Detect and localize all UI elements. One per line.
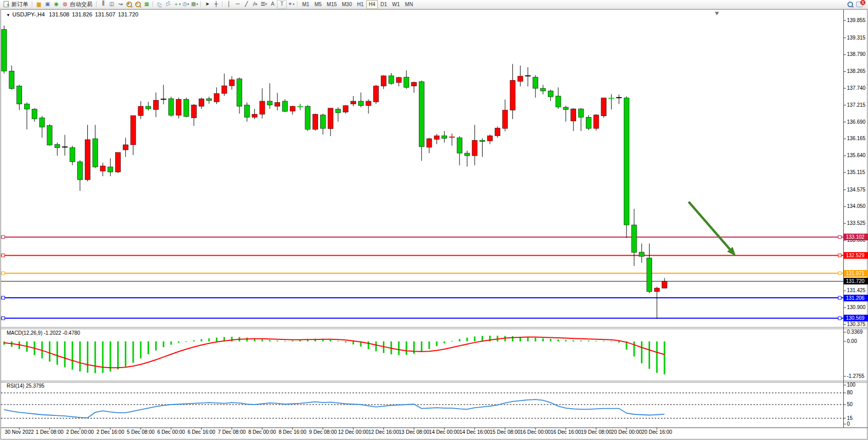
- price-axis-label: 138.790: [847, 51, 865, 57]
- time-axis-label: 16 Dec 00:00: [520, 429, 551, 435]
- rsi-axis-label: 15: [847, 415, 853, 421]
- time-axis-label: 30 Nov 2022: [5, 429, 34, 435]
- price-axis-label: 133.525: [847, 220, 865, 226]
- macd-bar: [474, 336, 475, 341]
- ohlc-high: 131.826: [72, 11, 93, 17]
- macd-axis-label: 0.00: [847, 338, 857, 344]
- macd-bar: [534, 338, 536, 341]
- macd-bar: [603, 341, 604, 341]
- hline-handle-left[interactable]: [2, 254, 5, 257]
- macd-bar: [193, 340, 195, 341]
- macd-bar: [102, 341, 104, 373]
- candle-22: [169, 97, 174, 117]
- macd-bar: [231, 337, 233, 341]
- macd-bar: [663, 341, 665, 374]
- macd-bar: [262, 339, 263, 341]
- hline-handle-right[interactable]: [838, 317, 841, 320]
- macd-bar: [421, 341, 422, 352]
- ohlc-open: 131.508: [49, 11, 69, 17]
- hline-handle-left[interactable]: [2, 272, 5, 275]
- time-axis-label: 15 Dec 08:00: [490, 429, 521, 435]
- hline-handle-left[interactable]: [2, 296, 5, 299]
- macd-bar: [375, 341, 377, 351]
- macd-bar: [429, 341, 430, 349]
- macd-bar: [201, 339, 202, 341]
- macd-bar: [163, 341, 164, 347]
- macd-bar: [656, 341, 658, 373]
- candle-78: [594, 114, 599, 131]
- macd-bar: [246, 338, 248, 341]
- macd-bar: [633, 341, 635, 356]
- price-axis-label: 139.315: [847, 35, 865, 41]
- macd-axis-label: -1.2755: [847, 373, 864, 379]
- rsi-axis-label: 80: [847, 390, 853, 395]
- time-axis-label: 14 Dec 16:00: [459, 429, 490, 435]
- price-badge-131.720: 131.720: [844, 278, 868, 284]
- time-axis-label: 16 Dec 16:00: [550, 429, 581, 435]
- macd-bar: [405, 341, 407, 355]
- candle-23: [176, 98, 181, 119]
- rsi-axis-label: 50: [847, 401, 853, 407]
- chart-window-frame: [1, 10, 867, 439]
- macd-bar: [95, 341, 96, 373]
- ohlc-close: 131.720: [118, 11, 138, 17]
- time-axis-label: 9 Dec 08:00: [309, 429, 337, 435]
- time-axis-label: 5 Dec 08:00: [127, 429, 155, 435]
- hline-handle-right[interactable]: [838, 296, 841, 299]
- price-axis-label: 137.740: [847, 85, 865, 91]
- price-badge-130.569: 130.569: [844, 315, 868, 321]
- macd-bar: [292, 340, 293, 341]
- candle-82: [624, 97, 629, 238]
- hline-handle-right[interactable]: [838, 272, 841, 275]
- price-badge-131.206: 131.206: [844, 295, 868, 301]
- candle-0: [2, 26, 7, 74]
- hline-handle-left[interactable]: [2, 317, 5, 320]
- macd-bar: [64, 341, 66, 368]
- candle-79: [601, 98, 606, 118]
- time-axis-label: 13 Dec 08:00: [399, 429, 430, 435]
- macd-bar: [641, 341, 642, 364]
- rsi-indicator-label: RSI(14) 25.3795: [7, 383, 44, 389]
- macd-bar: [170, 341, 172, 345]
- price-axis-label: 136.690: [847, 119, 865, 125]
- macd-values: -1.2022 -0.4780: [44, 330, 80, 336]
- candle-49: [374, 85, 379, 104]
- macd-bar: [572, 340, 574, 341]
- time-axis-label: 20 Dec 16:00: [641, 429, 672, 435]
- macd-bar: [87, 341, 88, 373]
- hline-handle-right[interactable]: [838, 236, 841, 239]
- collapse-triangle-icon[interactable]: ▼: [6, 13, 10, 17]
- macd-bar: [413, 341, 415, 354]
- chart-canvas[interactable]: [0, 0, 868, 440]
- macd-bar: [527, 337, 529, 341]
- price-axis-label: 135.640: [847, 152, 865, 158]
- rsi-axis-label: 0: [847, 421, 850, 427]
- time-axis-label: 6 Dec 16:00: [188, 429, 215, 435]
- macd-bar: [345, 341, 346, 342]
- macd-bar: [512, 336, 513, 341]
- macd-axis-label: 0.3369: [847, 329, 863, 335]
- candle-15: [116, 152, 121, 173]
- macd-bar: [117, 341, 119, 369]
- candle-24: [183, 98, 189, 117]
- macd-bar: [558, 339, 559, 341]
- macd-bar: [459, 339, 460, 341]
- candle-77: [586, 116, 591, 130]
- macd-bar: [451, 341, 453, 341]
- hline-handle-right[interactable]: [838, 254, 841, 257]
- hline-handle-left[interactable]: [2, 236, 5, 239]
- time-axis-label: 2 Dec 16:00: [97, 429, 124, 435]
- macd-bar: [140, 341, 141, 358]
- price-axis-label: 136.165: [847, 136, 865, 141]
- macd-bar: [588, 340, 589, 341]
- macd-bar: [542, 338, 544, 341]
- time-axis-label: 14 Dec 00:00: [429, 429, 460, 435]
- macd-bar: [367, 341, 369, 349]
- chart-symbol: USDJPY-,H4: [12, 11, 45, 17]
- macd-bar: [444, 341, 445, 343]
- price-axis-label: 130.900: [847, 304, 865, 310]
- macd-bar: [284, 341, 286, 341]
- price-axis-label: 131.425: [847, 288, 865, 293]
- macd-bar: [57, 341, 58, 365]
- time-axis-label: 19 Dec 08:00: [581, 429, 612, 435]
